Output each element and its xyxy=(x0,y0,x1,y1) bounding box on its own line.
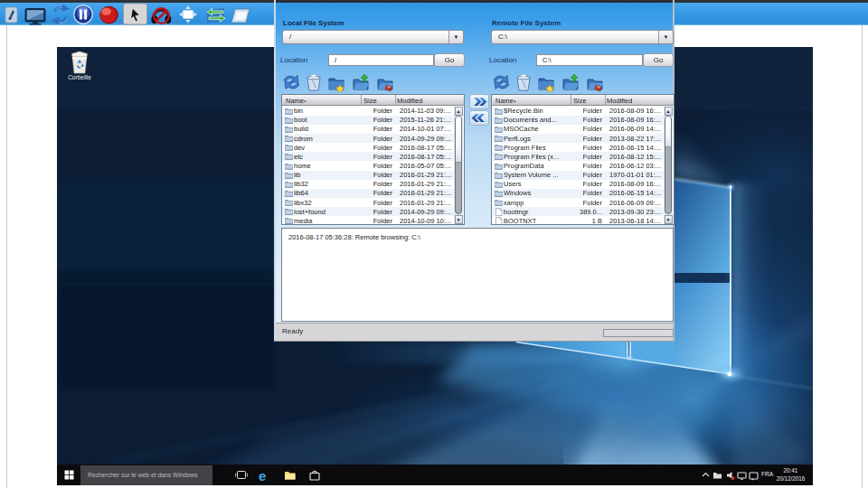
svg-text:e: e xyxy=(259,469,266,482)
